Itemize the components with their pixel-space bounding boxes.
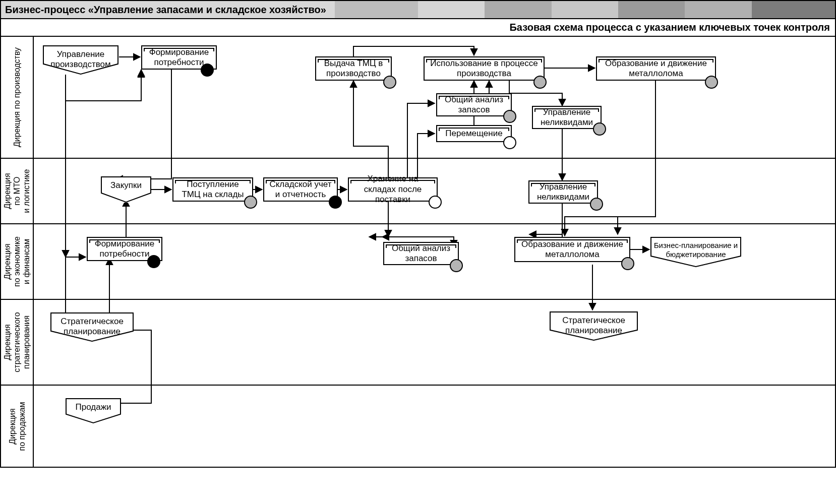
control-point-gray-icon [705, 76, 718, 89]
tag-strat-plan-2: Стратегическое планирование [550, 311, 638, 341]
proc-use-in-prod: Использование в процессе производства [424, 56, 545, 81]
lane-sales: Дирекция по продажам [1, 385, 835, 467]
proc-receipt: Поступление ТМЦ на склады [172, 177, 253, 202]
proc-stock-analysis-2: Общий анализ запасов [383, 242, 459, 265]
tag-strat-plan-1: Стратегическое планирование [50, 312, 134, 342]
control-point-gray-icon [244, 196, 257, 209]
control-point-black-icon [201, 64, 214, 77]
control-point-black-icon [329, 196, 342, 209]
lane-production: Дирекция по производству [1, 37, 835, 158]
tag-purchases: Закупки [101, 176, 151, 203]
proc-illiquid-1: Управление неликвидами [532, 106, 602, 129]
control-point-gray-icon [533, 76, 547, 89]
control-point-gray-icon [621, 257, 634, 270]
control-point-gray-icon [593, 122, 606, 136]
process-diagram: Бизнес-процесс «Управление запасами и ск… [0, 0, 836, 504]
tag-sales: Продажи [66, 398, 121, 423]
proc-stock-analysis-1: Общий анализ запасов [436, 93, 512, 116]
control-point-gray-icon [590, 198, 603, 211]
control-point-white-icon [429, 196, 442, 209]
control-point-gray-icon [383, 76, 396, 89]
proc-wh-account: Складской учет и отчетность [263, 177, 338, 202]
subheader: Базовая схема процесса с указанием ключе… [0, 19, 836, 37]
header-band: Бизнес-процесс «Управление запасами и ск… [0, 0, 836, 19]
control-point-white-icon [503, 136, 516, 149]
header-title: Бизнес-процесс «Управление запасами и ск… [5, 4, 326, 16]
proc-scrap-1: Образование и движение металлолома [596, 56, 716, 81]
proc-move: Перемещение [436, 125, 512, 142]
lane-strategic: Дирекция стратегического планирования [1, 299, 835, 385]
control-point-gray-icon [450, 259, 463, 272]
lane-label: Дирекция по производству [12, 47, 22, 147]
control-point-gray-icon [503, 110, 516, 123]
proc-storage: Хранение на складах после поставки [348, 177, 438, 202]
proc-illiquid-2: Управление неликвидами [528, 180, 598, 204]
proc-scrap-2: Образование и движение металлолома [514, 237, 630, 262]
tag-biz-plan: Бизнес-планирование и бюджетирование [650, 237, 741, 267]
proc-issue-tmc: Выдача ТМЦ в производство [315, 56, 392, 81]
control-point-black-icon [147, 255, 160, 268]
tag-production-mgmt: Управление производством [43, 45, 118, 75]
